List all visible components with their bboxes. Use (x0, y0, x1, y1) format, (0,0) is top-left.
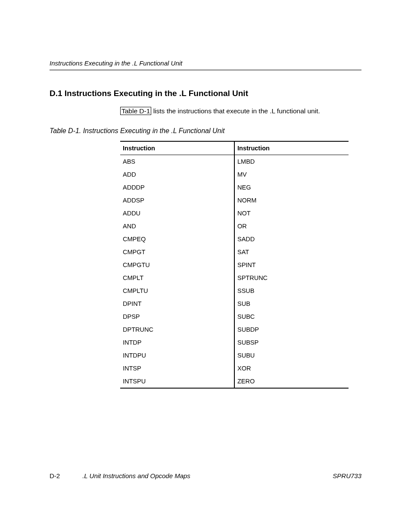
instruction-cell-left: CMPEQ (120, 233, 234, 246)
table-row: DPSPSUBC (120, 310, 349, 323)
instruction-cell-right: NOT (234, 207, 349, 220)
instruction-table: Instruction Instruction ABSLMBDADDMVADDD… (120, 141, 349, 389)
instruction-cell-left: CMPGTU (120, 258, 234, 271)
instruction-cell-left: CMPLT (120, 271, 234, 284)
table-header-col1: Instruction (120, 141, 234, 155)
instruction-cell-right: SUBDP (234, 323, 349, 336)
instruction-cell-right: SUBC (234, 310, 349, 323)
instruction-cell-right: SPINT (234, 258, 349, 271)
instruction-cell-right: XOR (234, 362, 349, 375)
instruction-cell-left: DPINT (120, 297, 234, 310)
instruction-cell-left: AND (120, 220, 234, 233)
instruction-cell-left: ADDSP (120, 194, 234, 207)
table-row: INTDPSUBSP (120, 336, 349, 349)
instruction-cell-right: SADD (234, 233, 349, 246)
instruction-cell-right: SPTRUNC (234, 271, 349, 284)
table-row: CMPEQSADD (120, 233, 349, 246)
instruction-cell-left: DPTRUNC (120, 323, 234, 336)
table-row: ANDOR (120, 220, 349, 233)
instruction-cell-right: SUB (234, 297, 349, 310)
instruction-cell-right: NORM (234, 194, 349, 207)
table-caption: Table D-1. Instructions Executing in the… (50, 127, 361, 135)
header-divider (50, 69, 361, 71)
instruction-cell-left: ADDDP (120, 181, 234, 194)
instruction-cell-right: SUBU (234, 349, 349, 362)
intro-text: lists the instructions that execute in t… (151, 107, 320, 115)
table-row: ADDMV (120, 168, 349, 181)
instruction-cell-right: SSUB (234, 284, 349, 297)
instruction-cell-left: DPSP (120, 310, 234, 323)
instruction-cell-left: INTDP (120, 336, 234, 349)
instruction-cell-right: LMBD (234, 155, 349, 168)
instruction-cell-right: SUBSP (234, 336, 349, 349)
table-row: ADDSPNORM (120, 194, 349, 207)
instruction-cell-left: CMPGT (120, 246, 234, 258)
page-number: D-2 (50, 472, 60, 479)
intro-paragraph: Table D-1 lists the instructions that ex… (120, 107, 361, 115)
table-row: CMPLTUSSUB (120, 284, 349, 297)
table-row: CMPGTUSPINT (120, 258, 349, 271)
table-reference-link[interactable]: Table D-1 (120, 107, 151, 115)
instruction-cell-right: SAT (234, 246, 349, 258)
table-row: CMPLTSPTRUNC (120, 271, 349, 284)
instruction-cell-left: ADD (120, 168, 234, 181)
table-row: ADDUNOT (120, 207, 349, 220)
instruction-cell-left: ADDU (120, 207, 234, 220)
footer-doc-id: SPRU733 (333, 472, 361, 479)
table-row: ABSLMBD (120, 155, 349, 168)
instruction-cell-right: OR (234, 220, 349, 233)
table-row: CMPGTSAT (120, 246, 349, 258)
instruction-cell-left: INTSP (120, 362, 234, 375)
instruction-cell-right: ZERO (234, 375, 349, 388)
table-row: ADDDPNEG (120, 181, 349, 194)
instruction-cell-right: NEG (234, 181, 349, 194)
table-row: INTSPXOR (120, 362, 349, 375)
section-heading: D.1 Instructions Executing in the .L Fun… (50, 89, 361, 98)
instruction-cell-left: ABS (120, 155, 234, 168)
table-row: DPINTSUB (120, 297, 349, 310)
instruction-cell-left: INTSPU (120, 375, 234, 388)
instruction-cell-left: INTDPU (120, 349, 234, 362)
table-row: INTDPUSUBU (120, 349, 349, 362)
table-row: DPTRUNCSUBDP (120, 323, 349, 336)
instruction-cell-left: CMPLTU (120, 284, 234, 297)
page-footer: D-2 .L Unit Instructions and Opcode Maps… (50, 472, 361, 479)
footer-book-title: .L Unit Instructions and Opcode Maps (82, 472, 190, 479)
instruction-cell-right: MV (234, 168, 349, 181)
table-header-col2: Instruction (234, 141, 349, 155)
running-header: Instructions Executing in the .L Functio… (50, 59, 361, 69)
table-row: INTSPUZERO (120, 375, 349, 388)
